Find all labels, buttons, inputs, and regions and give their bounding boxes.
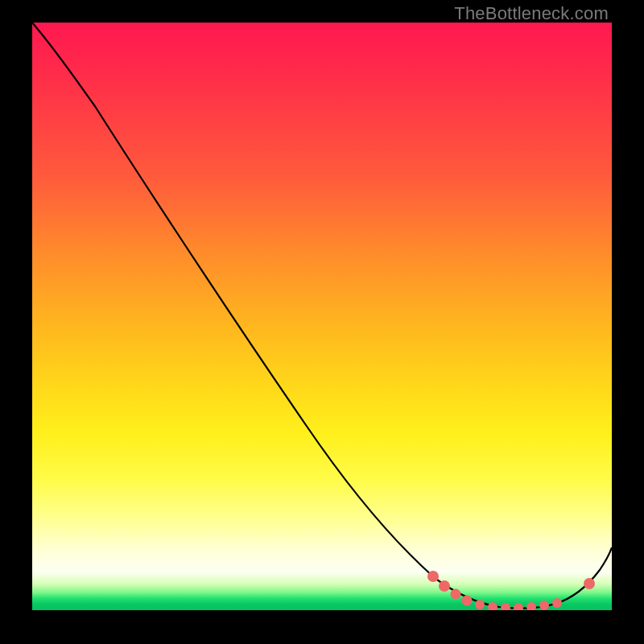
bottleneck-curve-svg [32, 23, 612, 610]
dot [427, 571, 439, 582]
dot [501, 603, 510, 610]
highlight-dots [427, 571, 595, 610]
dot [475, 600, 485, 609]
dot [488, 602, 497, 610]
chart-area [32, 23, 612, 610]
dot [552, 598, 562, 608]
bottleneck-curve [32, 23, 612, 609]
dot [526, 602, 536, 610]
dot [462, 596, 473, 606]
dot [584, 578, 595, 589]
attribution-text: TheBottleneck.com [454, 3, 609, 24]
dot [539, 601, 549, 610]
dot [514, 603, 523, 610]
dot [451, 589, 461, 600]
dot [439, 580, 450, 592]
